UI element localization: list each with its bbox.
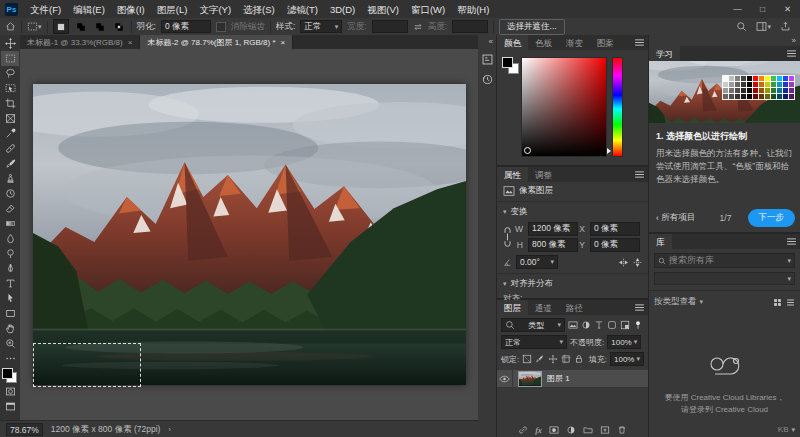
status-chevron-icon[interactable]: › bbox=[168, 426, 170, 433]
menu-item[interactable]: 选择(S) bbox=[237, 1, 281, 18]
layer-style-icon[interactable]: fx bbox=[535, 425, 542, 435]
object-selection-tool[interactable] bbox=[1, 81, 19, 96]
rotation-angle-input[interactable]: 0.00°▾ bbox=[516, 255, 558, 269]
library-select[interactable]: ▾ bbox=[654, 272, 795, 285]
antialias-checkbox[interactable] bbox=[216, 22, 226, 32]
gradient-tool[interactable] bbox=[1, 216, 19, 231]
filter-type-layers-icon[interactable] bbox=[594, 320, 604, 330]
lock-position-icon[interactable] bbox=[548, 354, 558, 364]
share-icon[interactable] bbox=[780, 21, 791, 32]
transform-width-input[interactable]: 1200 像素 bbox=[528, 222, 578, 236]
edit-toolbar-icon[interactable] bbox=[1, 351, 19, 366]
menu-item[interactable]: 3D(D) bbox=[324, 1, 361, 18]
panel-menu-icon[interactable] bbox=[787, 234, 800, 249]
panel-tab[interactable]: 路径 bbox=[559, 300, 590, 315]
document-tab-untitled-1[interactable]: 未标题-1 @ 33.3%(RGB/8)× bbox=[20, 35, 140, 49]
grid-view-icon[interactable] bbox=[773, 298, 782, 307]
style-select[interactable]: 正常▾ bbox=[300, 20, 342, 33]
chevron-down-icon[interactable]: ▾ bbox=[791, 426, 795, 434]
photoshop-logo[interactable]: Ps bbox=[5, 3, 18, 16]
layer-row-selected[interactable]: 图层 1 bbox=[497, 370, 648, 387]
frame-tool[interactable] bbox=[1, 111, 19, 126]
new-group-icon[interactable] bbox=[583, 425, 593, 435]
flip-horizontal-icon[interactable] bbox=[618, 258, 629, 267]
layer-visibility-eye-icon[interactable] bbox=[497, 370, 513, 387]
menu-item[interactable]: 帮助(H) bbox=[451, 1, 495, 18]
workspace-switcher-icon[interactable]: ▾ bbox=[756, 21, 771, 32]
layer-name[interactable]: 图层 1 bbox=[547, 373, 570, 384]
home-icon[interactable] bbox=[5, 21, 16, 32]
flip-vertical-icon[interactable] bbox=[633, 257, 642, 268]
close-tab-icon[interactable]: × bbox=[281, 38, 286, 47]
search-icon[interactable] bbox=[736, 21, 747, 32]
subtract-from-selection-mode-icon[interactable] bbox=[93, 20, 107, 33]
tutorial-thumbnail[interactable] bbox=[649, 61, 800, 123]
maximize-button[interactable]: □ bbox=[750, 1, 775, 18]
select-and-mask-button[interactable]: 选择并遮住... bbox=[499, 19, 565, 35]
all-items-link[interactable]: 所有项目 bbox=[661, 212, 695, 224]
panel-menu-icon[interactable] bbox=[787, 46, 800, 61]
panel-menu-icon[interactable] bbox=[635, 300, 648, 315]
menu-item[interactable]: 窗口(W) bbox=[405, 1, 451, 18]
lock-artboard-icon[interactable] bbox=[561, 354, 571, 364]
swap-width-height-icon[interactable] bbox=[413, 22, 423, 32]
blend-mode-select[interactable]: 正常▾ bbox=[501, 335, 567, 349]
lock-pixels-icon[interactable] bbox=[535, 354, 545, 364]
history-brush-tool[interactable] bbox=[1, 186, 19, 201]
menu-item[interactable]: 滤镜(T) bbox=[281, 1, 324, 18]
panel-menu-icon[interactable] bbox=[635, 167, 648, 182]
document-tab-untitled-2[interactable]: 未标题-2 @ 78.7%(图层 1, RGB/8) *× bbox=[140, 35, 293, 49]
next-step-button[interactable]: 下一步 bbox=[748, 209, 796, 227]
constrain-proportions-icon[interactable] bbox=[503, 226, 512, 248]
panel-tab[interactable]: 渐变 bbox=[559, 35, 590, 50]
clone-stamp-tool[interactable] bbox=[1, 171, 19, 186]
add-layer-mask-icon[interactable] bbox=[549, 425, 559, 435]
document-image[interactable] bbox=[33, 84, 466, 385]
blur-tool[interactable] bbox=[1, 231, 19, 246]
panel-tab-libraries[interactable]: 库 bbox=[649, 234, 672, 249]
panel-tab[interactable]: 属性 bbox=[497, 167, 528, 182]
filter-adjustment-layers-icon[interactable] bbox=[581, 320, 591, 330]
panel-tab-learn[interactable]: 学习 bbox=[649, 46, 680, 61]
list-view-icon[interactable] bbox=[786, 298, 795, 307]
back-chevron-icon[interactable]: ‹ bbox=[656, 213, 659, 223]
panel-tab[interactable]: 通道 bbox=[528, 300, 559, 315]
new-adjustment-layer-icon[interactable] bbox=[566, 425, 576, 435]
path-selection-tool[interactable] bbox=[1, 291, 19, 306]
foreground-color-swatch[interactable] bbox=[502, 57, 513, 68]
brush-tool[interactable] bbox=[1, 156, 19, 171]
new-layer-icon[interactable] bbox=[600, 425, 610, 435]
filter-pixel-layers-icon[interactable] bbox=[568, 320, 578, 330]
close-tab-icon[interactable]: × bbox=[128, 38, 133, 47]
opacity-select[interactable]: 100%▾ bbox=[607, 335, 641, 349]
align-section-header[interactable]: ▾对齐并分布 bbox=[497, 274, 648, 290]
filter-shape-layers-icon[interactable] bbox=[607, 320, 617, 330]
tool-preset-marquee-icon[interactable]: ▾ bbox=[27, 21, 42, 32]
menu-item[interactable]: 图像(I) bbox=[111, 1, 151, 18]
color-cursor[interactable] bbox=[524, 147, 531, 154]
panel-tab[interactable]: 图案 bbox=[590, 35, 621, 50]
menu-item[interactable]: 文件(F) bbox=[24, 1, 67, 18]
lock-all-icon[interactable] bbox=[574, 354, 584, 364]
transform-y-input[interactable]: 0 像素 bbox=[590, 238, 640, 252]
filter-smart-objects-icon[interactable] bbox=[620, 320, 630, 330]
hand-tool[interactable] bbox=[1, 321, 19, 336]
hue-slider[interactable] bbox=[612, 57, 623, 157]
pen-tool[interactable] bbox=[1, 261, 19, 276]
canvas-area[interactable] bbox=[20, 49, 478, 420]
screen-mode-icon[interactable] bbox=[1, 399, 19, 414]
move-tool[interactable] bbox=[1, 36, 19, 51]
selection-marching-ants[interactable] bbox=[33, 343, 141, 387]
rectangle-tool[interactable] bbox=[1, 306, 19, 321]
library-search-input[interactable]: 搜索所有库 ▾ bbox=[654, 253, 795, 268]
dodge-tool[interactable] bbox=[1, 246, 19, 261]
minimize-button[interactable]: — bbox=[725, 1, 750, 18]
hue-slider-marker[interactable] bbox=[607, 148, 611, 154]
color-panel-swatches[interactable] bbox=[502, 57, 520, 75]
delete-layer-icon[interactable] bbox=[617, 425, 627, 435]
zoom-tool[interactable] bbox=[1, 336, 19, 351]
transform-height-input[interactable]: 800 像素 bbox=[528, 238, 578, 252]
foreground-background-color-swatches[interactable] bbox=[2, 368, 18, 384]
fill-select[interactable]: 100%▾ bbox=[610, 352, 644, 366]
saturation-brightness-field[interactable] bbox=[521, 57, 607, 157]
